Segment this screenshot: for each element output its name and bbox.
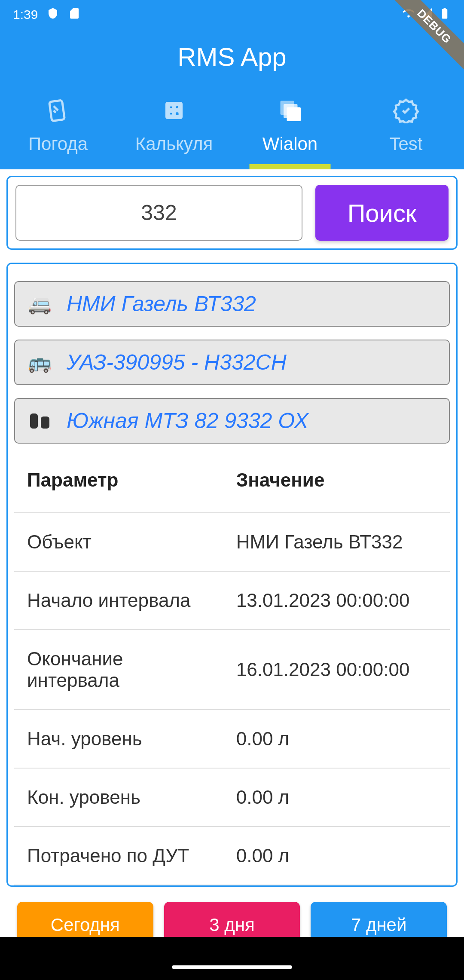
tractor-icon bbox=[26, 410, 54, 432]
results-container: 🚐 НМИ Газель ВТ332 🚌 УАЗ-390995 - Н332СН… bbox=[6, 263, 458, 887]
result-item-gazelle[interactable]: 🚐 НМИ Газель ВТ332 bbox=[14, 281, 450, 327]
status-time: 1:39 bbox=[13, 7, 38, 22]
sd-card-icon bbox=[68, 7, 81, 23]
table-header-row: Параметр Значение bbox=[14, 448, 450, 513]
cell-param: Кон. уровень bbox=[14, 768, 223, 827]
table-row: Объект НМИ Газель ВТ332 bbox=[14, 513, 450, 571]
cell-value: 16.01.2023 00:00:00 bbox=[223, 630, 450, 710]
verified-tab-icon bbox=[393, 98, 419, 134]
table-row: Потрачено по ДУТ 0.00 л bbox=[14, 827, 450, 885]
cell-param: Потрачено по ДУТ bbox=[14, 827, 223, 885]
data-table: Параметр Значение Объект НМИ Газель ВТ33… bbox=[14, 448, 450, 885]
header-value: Значение bbox=[223, 448, 450, 513]
cell-value: НМИ Газель ВТ332 bbox=[223, 513, 450, 571]
tab-calculator[interactable]: Калькуля bbox=[116, 89, 232, 169]
tab-weather[interactable]: Погода bbox=[0, 89, 116, 169]
cell-value: 0.00 л bbox=[223, 827, 450, 885]
stack-tab-icon bbox=[277, 98, 303, 134]
result-item-mtz[interactable]: Южная МТЗ 82 9332 ОХ bbox=[14, 398, 450, 444]
result-item-uaz[interactable]: 🚌 УАЗ-390995 - Н332СН bbox=[14, 340, 450, 385]
cell-param: Окончание интервала bbox=[14, 630, 223, 710]
result-label: НМИ Газель ВТ332 bbox=[67, 291, 256, 316]
header-param: Параметр bbox=[14, 448, 223, 513]
tab-label: Погода bbox=[28, 134, 88, 154]
cell-param: Начало интервала bbox=[14, 571, 223, 630]
svg-rect-11 bbox=[30, 413, 38, 429]
tab-label: Wialon bbox=[263, 134, 317, 154]
calculator-tab-icon bbox=[161, 98, 187, 134]
weather-tab-icon bbox=[45, 98, 71, 134]
table-row: Кон. уровень 0.00 л bbox=[14, 768, 450, 827]
cell-param: Объект bbox=[14, 513, 223, 571]
table-row: Начало интервала 13.01.2023 00:00:00 bbox=[14, 571, 450, 630]
result-label: УАЗ-390995 - Н332СН bbox=[67, 350, 287, 375]
cell-value: 0.00 л bbox=[223, 768, 450, 827]
tab-wialon[interactable]: Wialon bbox=[232, 89, 348, 169]
table-row: Нач. уровень 0.00 л bbox=[14, 710, 450, 768]
van-white-icon: 🚐 bbox=[26, 293, 54, 315]
tabs-container: Погода Калькуля Wialon Test bbox=[0, 89, 464, 169]
shield-icon bbox=[46, 7, 59, 23]
tab-label: Test bbox=[389, 134, 422, 154]
cell-value: 0.00 л bbox=[223, 710, 450, 768]
nav-bar bbox=[0, 954, 464, 980]
result-label: Южная МТЗ 82 9332 ОХ bbox=[67, 408, 308, 433]
table-row: Окончание интервала 16.01.2023 00:00:00 bbox=[14, 630, 450, 710]
content-area: Поиск 🚐 НМИ Газель ВТ332 🚌 УАЗ-390995 - … bbox=[0, 169, 464, 968]
cell-param: Нач. уровень bbox=[14, 710, 223, 768]
nav-handle[interactable] bbox=[172, 965, 292, 969]
tab-label: Калькуля bbox=[135, 134, 213, 154]
cell-value: 13.01.2023 00:00:00 bbox=[223, 571, 450, 630]
search-input[interactable] bbox=[15, 185, 302, 241]
svg-rect-12 bbox=[41, 416, 49, 429]
van-yellow-icon: 🚌 bbox=[26, 352, 54, 373]
search-button[interactable]: Поиск bbox=[315, 185, 449, 241]
svg-rect-10 bbox=[287, 107, 301, 122]
tab-test[interactable]: Test bbox=[348, 89, 464, 169]
debug-banner: DEBUG bbox=[391, 0, 464, 73]
search-container: Поиск bbox=[6, 176, 458, 250]
svg-rect-1 bbox=[165, 102, 183, 119]
black-footer bbox=[0, 937, 464, 954]
